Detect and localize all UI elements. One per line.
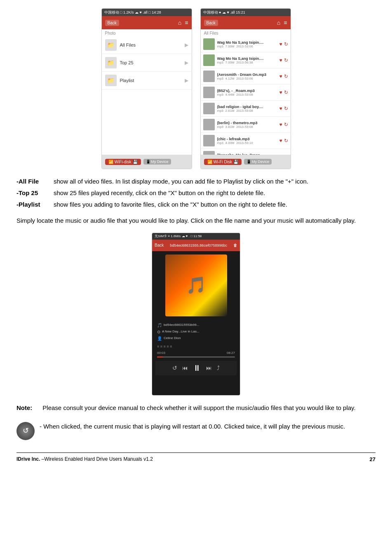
right-statusbar: 中国移动 ● ☁ ♥ .all 15:21: [201, 9, 291, 16]
favorite-icon-7[interactable]: ♥: [279, 138, 282, 144]
player-phone-screenshot: 无SIM卡 ≡ 1.6M/s ☁ ♥ . □ 11:58 Back bd54ec…: [152, 233, 240, 396]
track-name: A New Day...Live in Las...: [162, 329, 200, 335]
restart-section: ↺ - When clicked, the current music that…: [16, 421, 376, 440]
favorite-icon-4[interactable]: ♥: [279, 90, 282, 95]
file-actions-3: ♥ ↻: [279, 73, 288, 79]
file-actions-1: ♥ ↻: [279, 41, 288, 47]
right-navbar-icons: ⌂ ≡: [277, 19, 287, 26]
player-screenshot-container: 无SIM卡 ≡ 1.6M/s ☁ ♥ . □ 11:58 Back bd54ec…: [16, 233, 376, 396]
left-section-label: Photo: [102, 29, 192, 36]
player-back-button[interactable]: Back: [155, 243, 164, 247]
sync-icon[interactable]: ↻: [284, 41, 288, 47]
player-controls: ↺ ⏮ ⏸ ⏭ ⤴: [155, 361, 237, 375]
progress-bar[interactable]: [157, 356, 235, 358]
folder-icon: 📁: [105, 39, 117, 51]
right-back-button[interactable]: Back: [204, 20, 218, 26]
file-item-2[interactable]: Wag Mo Na S,ang tsipin.mp3 mp3 7.00M 201…: [201, 52, 291, 68]
file-info-5: (bad religion - igital boy.mp3 mp3 2.61M…: [217, 105, 279, 113]
favorite-icon-6[interactable]: ♥: [279, 122, 282, 127]
progress-fill: [157, 356, 163, 358]
next-button[interactable]: ⏭: [206, 365, 212, 371]
page-footer: IDrive Inc. –Wireless Enabled Hard Drive…: [16, 452, 376, 462]
left-phone-screenshot: 中国移动 □ 1.2K/s ☁ ♥ .all □ 14:28 Back ⌂ ≡ …: [101, 8, 192, 169]
file-actions-8: ♥ ↻: [279, 154, 288, 155]
file-item-4[interactable]: (B52's), - _Roam.mp3 mp3 4.44M 2013-53:0…: [201, 85, 291, 101]
list-item-allfiles[interactable]: 📁 All Files ▶: [102, 36, 192, 54]
left-phone-footer: 📶 WiFi-disk 💾 📱 My Device: [102, 155, 192, 169]
playlist-desc-text: show files you adding to favorite files,…: [54, 200, 376, 210]
wifi-icon-right: 📶: [207, 160, 212, 164]
file-info-1: Wag Mo Na S,ang tsipin.mp3 mp3 7.00M 201…: [217, 40, 279, 48]
sync-icon-8[interactable]: ↻: [284, 154, 288, 155]
artist-icon: 👤: [157, 335, 162, 342]
list-item-playlist[interactable]: 📁 Playlist ▶: [102, 72, 192, 90]
favorite-icon-2[interactable]: ♥: [279, 57, 282, 63]
menu-icon-right[interactable]: ≡: [284, 19, 287, 26]
screenshots-row: 中国移动 □ 1.2K/s ☁ ♥ .all □ 14:28 Back ⌂ ≡ …: [16, 8, 376, 169]
footer-brand: IDrive Inc. –Wireless Enabled Hard Drive…: [16, 456, 153, 462]
track-id: bd54ec686315553b99...: [164, 323, 199, 328]
previous-button[interactable]: ⏮: [182, 365, 188, 371]
repeat-button[interactable]: ↺: [172, 365, 177, 371]
delete-icon[interactable]: 🗑: [233, 243, 237, 247]
arrow-icon-playlist: ▶: [185, 78, 188, 83]
file-thumb-6: [203, 119, 215, 130]
note-spacer: [34, 404, 41, 411]
file-item-6[interactable]: (berlin) - themetro.mp3 mp3 3.81M 2013-5…: [201, 117, 291, 133]
list-item-top25[interactable]: 📁 Top 25 ▶: [102, 54, 192, 72]
sync-icon-7[interactable]: ↻: [284, 138, 288, 144]
home-icon[interactable]: ⌂: [178, 19, 181, 26]
player-progress-area: 00:03 08:27: [155, 349, 237, 361]
file-thumb-3: [203, 71, 215, 82]
wifi-disk-button-right[interactable]: 📶 Wi-Fi Disk 💾: [204, 159, 242, 165]
file-info-7: (chic - lefreak.mp3 mp3 4.00M 2013-53:10: [217, 137, 279, 145]
home-icon-right[interactable]: ⌂: [277, 19, 280, 26]
note-label: Note:: [16, 404, 32, 411]
sync-icon-5[interactable]: ↻: [284, 106, 288, 111]
favorite-icon[interactable]: ♥: [279, 41, 282, 47]
sync-icon-6[interactable]: ↻: [284, 122, 288, 127]
favorite-icon-5[interactable]: ♥: [279, 106, 282, 111]
left-navbar-icons: ⌂ ≡: [178, 19, 188, 26]
top25-desc-text: show 25 files played recently, click on …: [54, 188, 376, 198]
right-navbar: Back ⌂ ≡: [201, 16, 291, 29]
file-thumb-8: [203, 151, 215, 155]
page-content: 中国移动 □ 1.2K/s ☁ ♥ .all □ 14:28 Back ⌂ ≡ …: [16, 8, 376, 462]
playlist-desc-label: -Playlist: [16, 200, 54, 210]
file-item-3[interactable]: (Aerosmith - Dream On.mp3 mp3 4.12M 2013…: [201, 68, 291, 85]
left-phone-body: Photo 📁 All Files ▶ 📁 Top 25 ▶ 📁 Playlis…: [102, 29, 192, 155]
sync-icon-3[interactable]: ↻: [284, 73, 288, 79]
file-item-1[interactable]: Wag Mo Na S,ang tsipin.mp3 mp3 7.00M 201…: [201, 36, 291, 52]
hdd-icon: 💾: [133, 160, 138, 164]
my-device-button-right[interactable]: 📱 My Device: [244, 159, 272, 165]
top25-label: Top 25: [120, 60, 185, 65]
file-actions-6: ♥ ↻: [279, 122, 288, 127]
favorite-icon-8[interactable]: ♥: [279, 154, 282, 155]
player-time: 00:03 08:27: [157, 351, 235, 355]
file-item-7[interactable]: (chic - lefreak.mp3 mp3 4.00M 2013-53:10…: [201, 133, 291, 149]
file-info-8: (Depeche_Mo,lue_Dress.mp3 mp3: [217, 153, 279, 155]
sync-icon-2[interactable]: ↻: [284, 57, 288, 63]
left-back-button[interactable]: Back: [105, 20, 119, 26]
player-statusbar: 无SIM卡 ≡ 1.6M/s ☁ ♥ . □ 11:58: [152, 233, 240, 240]
file-info-2: Wag Mo Na S,ang tsipin.mp3 mp3 7.00M 201…: [217, 57, 279, 64]
file-item-5[interactable]: (bad religion - igital boy.mp3 mp3 2.61M…: [201, 101, 291, 117]
favorite-icon-3[interactable]: ♥: [279, 73, 282, 79]
top25-desc-label: -Top 25: [16, 188, 54, 198]
album-art: 🎵: [165, 254, 227, 316]
wifi-disk-button[interactable]: 📶 WiFi-disk 💾: [105, 159, 141, 165]
wifi-icon: 📶: [108, 160, 113, 164]
file-thumb-2: [203, 54, 215, 66]
file-item-8[interactable]: (Depeche_Mo,lue_Dress.mp3 mp3 ♥ ↻: [201, 149, 291, 155]
right-section-label: All Files: [201, 29, 291, 36]
my-device-button[interactable]: 📱 My Device: [143, 159, 171, 165]
play-pause-button[interactable]: ⏸: [193, 363, 201, 373]
restart-text: - When clicked, the current music that i…: [40, 421, 345, 432]
sync-icon-4[interactable]: ↻: [284, 90, 288, 95]
track-id-icon: 🎵: [157, 322, 162, 329]
right-phone-footer: 📶 Wi-Fi Disk 💾 📱 My Device: [201, 155, 291, 169]
hdd-icon-right: 💾: [233, 160, 238, 164]
share-button[interactable]: ⤴: [217, 365, 220, 371]
menu-icon[interactable]: ≡: [185, 19, 188, 26]
footer-subtitle: –Wireless Enabled Hard Drive Users Manua…: [42, 456, 153, 462]
